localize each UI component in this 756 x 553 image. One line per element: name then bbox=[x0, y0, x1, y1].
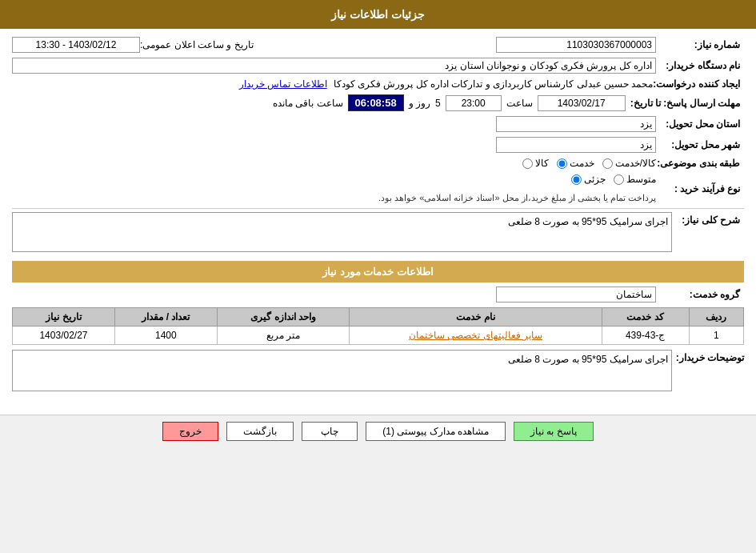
deadline-label: مهلت ارسال پاسخ: تا تاریخ: bbox=[630, 98, 744, 109]
page-header: جزئیات اطلاعات نیاز bbox=[0, 0, 756, 29]
category-khedmat-label: خدمت bbox=[570, 158, 594, 169]
category-row: طبقه بندی موضوعی: کالا/خدمت خدمت کالا bbox=[12, 158, 744, 169]
deadline-values: ساعت 5 روز و 06:08:58 ساعت باقی مانده bbox=[12, 94, 626, 111]
service-info-header: اطلاعات خدمات مورد نیاز bbox=[12, 261, 744, 283]
category-kala-label: کالا bbox=[535, 158, 549, 169]
deadline-remaining-label: ساعت باقی مانده bbox=[273, 98, 343, 109]
province-label: استان محل تحویل: bbox=[656, 118, 744, 130]
category-khedmat-radio[interactable] bbox=[557, 158, 567, 169]
cell-name: سایر فعالیتهای تخصصی ساختمان bbox=[350, 327, 602, 345]
back-button[interactable]: بازگشت bbox=[226, 422, 294, 441]
need-desc-row: شرح کلی نیاز: اجرای سرامیک 95*95 به صورت… bbox=[12, 212, 744, 254]
category-khedmat[interactable]: خدمت bbox=[557, 158, 594, 169]
form-section: شماره نیاز: تاریخ و ساعت اعلان عمومی: نا… bbox=[12, 37, 744, 394]
category-kala[interactable]: کالا bbox=[522, 158, 549, 169]
col-code: کد خدمت bbox=[602, 308, 689, 327]
buyer-desc-textarea[interactable]: اجرای سرامیک 95*95 به صورت 8 ضلعی bbox=[12, 350, 672, 391]
city-label: شهر محل تحویل: bbox=[656, 139, 744, 150]
category-label: طبقه بندی موضوعی: bbox=[656, 158, 744, 169]
deadline-time-label: ساعت bbox=[506, 98, 533, 109]
creator-label: ایجاد کننده درخواست: bbox=[653, 78, 744, 90]
need-desc-value: اجرای سرامیک 95*95 به صورت 8 ضلعی bbox=[12, 212, 672, 254]
buyer-desc-label: توضیحات خریدار: bbox=[672, 350, 744, 363]
city-row: شهر محل تحویل: bbox=[12, 137, 744, 153]
category-kala-khedmat-label: کالا/خدمت bbox=[615, 158, 656, 169]
cell-unit: متر مربع bbox=[217, 327, 350, 345]
purchase-type-label: نوع فرآیند خرید : bbox=[656, 183, 744, 194]
purchase-note: پرداخت تمام یا بخشی از مبلغ خرید،از محل … bbox=[378, 193, 656, 203]
need-desc-label: شرح کلی نیاز: bbox=[672, 212, 744, 226]
col-quantity: تعداد / مقدار bbox=[114, 308, 217, 327]
purchase-type-container: متوسط جزئی پرداخت تمام یا بخشی از مبلغ خ… bbox=[12, 174, 656, 203]
purchase-jozi[interactable]: جزئی bbox=[571, 174, 606, 185]
print-button[interactable]: چاپ bbox=[302, 422, 358, 441]
announcement-date-input[interactable] bbox=[12, 37, 140, 53]
need-desc-textarea[interactable]: اجرای سرامیک 95*95 به صورت 8 ضلعی bbox=[12, 212, 672, 252]
table-header-row: ردیف کد خدمت نام خدمت واحد اندازه گیری ت… bbox=[13, 308, 744, 327]
deadline-days-value: 5 bbox=[435, 98, 441, 109]
view-docs-button[interactable]: مشاهده مدارک پیوستی (1) bbox=[366, 422, 506, 441]
category-radio-group: کالا/خدمت خدمت کالا bbox=[12, 158, 656, 169]
deadline-row: مهلت ارسال پاسخ: تا تاریخ: ساعت 5 روز و … bbox=[12, 94, 744, 111]
table-row: 1 ج-43-439 سایر فعالیتهای تخصصی ساختمان … bbox=[13, 327, 744, 345]
purchase-type-area: متوسط جزئی پرداخت تمام یا بخشی از مبلغ خ… bbox=[12, 174, 656, 203]
buyer-desc-content: اجرای سرامیک 95*95 به صورت 8 ضلعی bbox=[12, 350, 672, 394]
footer-buttons: پاسخ به نیاز مشاهده مدارک پیوستی (1) چاپ… bbox=[0, 415, 756, 447]
service-group-input[interactable] bbox=[496, 287, 656, 303]
need-number-label: شماره نیاز: bbox=[656, 39, 744, 50]
table-body: 1 ج-43-439 سایر فعالیتهای تخصصی ساختمان … bbox=[13, 327, 744, 345]
buyer-input[interactable] bbox=[12, 58, 656, 74]
page-title: جزئیات اطلاعات نیاز bbox=[331, 8, 425, 21]
purchase-jozi-radio[interactable] bbox=[571, 174, 582, 185]
deadline-date-input[interactable] bbox=[538, 95, 626, 111]
service-group-value bbox=[12, 287, 656, 303]
col-date: تاریخ نیاز bbox=[13, 308, 115, 327]
category-kala-khedmat[interactable]: کالا/خدمت bbox=[602, 158, 656, 169]
service-group-label: گروه خدمت: bbox=[656, 289, 744, 300]
buyer-label: نام دستگاه خریدار: bbox=[656, 60, 744, 71]
col-row-num: ردیف bbox=[689, 308, 743, 327]
col-name: نام خدمت bbox=[350, 308, 602, 327]
city-input[interactable] bbox=[496, 137, 656, 153]
contact-link[interactable]: اطلاعات تماس خریدار bbox=[239, 78, 327, 90]
creator-text: محمد حسین عبدلی کارشناس کاربردازی و تدار… bbox=[334, 78, 654, 90]
col-unit: واحد اندازه گیری bbox=[217, 308, 350, 327]
purchase-motavaset-radio[interactable] bbox=[614, 174, 624, 185]
announcement-date-value bbox=[12, 37, 140, 53]
table-header: ردیف کد خدمت نام خدمت واحد اندازه گیری ت… bbox=[13, 308, 744, 327]
cell-row-num: 1 bbox=[689, 327, 743, 345]
purchase-motavaset-label: متوسط bbox=[626, 174, 656, 185]
province-row: استان محل تحویل: bbox=[12, 116, 744, 132]
announcement-label: تاریخ و ساعت اعلان عمومی: bbox=[140, 39, 262, 50]
service-name-link[interactable]: سایر فعالیتهای تخصصی ساختمان bbox=[409, 330, 542, 341]
category-kala-radio[interactable] bbox=[522, 158, 533, 169]
divider-1 bbox=[12, 208, 744, 209]
cell-code: ج-43-439 bbox=[602, 327, 689, 345]
buyer-value bbox=[12, 58, 656, 74]
need-number-value bbox=[262, 37, 656, 53]
reply-button[interactable]: پاسخ به نیاز bbox=[514, 422, 594, 441]
cell-quantity: 1400 bbox=[114, 327, 217, 345]
buyer-row: نام دستگاه خریدار: bbox=[12, 58, 744, 74]
category-options: کالا/خدمت خدمت کالا bbox=[12, 158, 656, 169]
need-number-input[interactable] bbox=[496, 37, 656, 53]
deadline-days-label: روز و bbox=[409, 98, 430, 109]
services-table: ردیف کد خدمت نام خدمت واحد اندازه گیری ت… bbox=[12, 307, 744, 345]
purchase-motavaset[interactable]: متوسط bbox=[614, 174, 656, 185]
city-value bbox=[12, 137, 656, 153]
need-number-row: شماره نیاز: تاریخ و ساعت اعلان عمومی: bbox=[12, 37, 744, 53]
exit-button[interactable]: خروج bbox=[162, 422, 218, 441]
cell-date: 1403/02/27 bbox=[13, 327, 115, 345]
page-container: جزئیات اطلاعات نیاز شماره نیاز: تاریخ و … bbox=[0, 0, 756, 447]
service-group-row: گروه خدمت: bbox=[12, 287, 744, 303]
content-area: شماره نیاز: تاریخ و ساعت اعلان عمومی: نا… bbox=[0, 29, 756, 407]
timer-display: 06:08:58 bbox=[348, 94, 404, 111]
purchase-jozi-label: جزئی bbox=[584, 174, 606, 185]
creator-row: ایجاد کننده درخواست: محمد حسین عبدلی کار… bbox=[12, 78, 744, 90]
purchase-type-radio-group: متوسط جزئی bbox=[571, 174, 656, 185]
purchase-type-row: نوع فرآیند خرید : متوسط جزئی bbox=[12, 174, 744, 203]
deadline-time-input[interactable] bbox=[446, 95, 502, 111]
province-input[interactable] bbox=[496, 116, 656, 132]
province-value bbox=[12, 116, 656, 132]
category-kala-khedmat-radio[interactable] bbox=[602, 158, 613, 169]
